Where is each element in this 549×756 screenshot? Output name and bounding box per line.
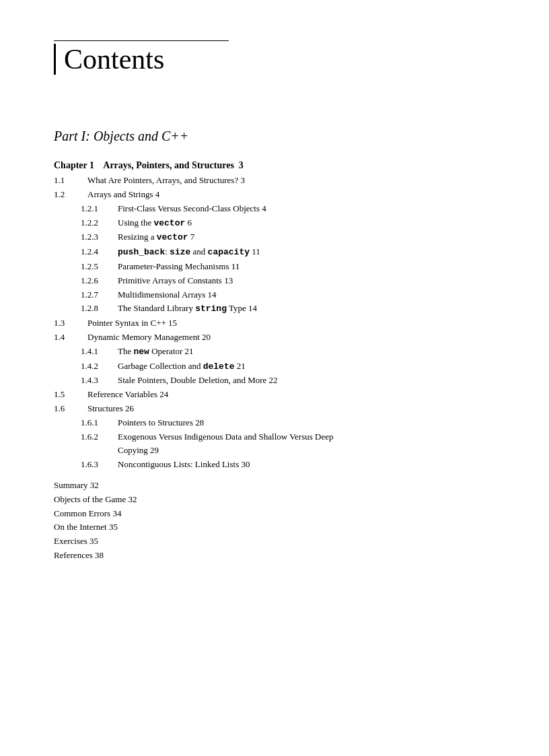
toc-entry-1-5: 1.5 Reference Variables 24 — [54, 388, 495, 402]
toc-num-1-2-4: 1.2.4 — [54, 245, 118, 260]
toc-continuation-1-6-2: Copying 29 — [118, 445, 159, 455]
toc-entry-1-6-1: 1.6.1 Pointers to Structures 28 — [54, 416, 495, 430]
part-title: Part I: Objects and C++ — [54, 129, 495, 144]
toc-text-1-6-3: Noncontiguous Lists: Linked Lists 30 — [118, 458, 250, 472]
toc-num-1-4-1: 1.4.1 — [54, 345, 118, 359]
toc-entry-1-2-4: 1.2.4 push_back: size and capacity 11 — [54, 245, 495, 260]
page-title: Contents — [54, 44, 495, 75]
toc-text-1-1: What Are Pointers, Arrays, and Structure… — [87, 174, 245, 188]
capacity-code: capacity — [208, 247, 250, 257]
errors-text: Common Errors 34 — [54, 507, 121, 521]
vector-code-1: vector — [153, 218, 185, 228]
chapter-title: Arrays, Pointers, and Structures — [103, 160, 234, 170]
toc-entry-1-4-3: 1.4.3 Stale Pointers, Double Deletion, a… — [54, 374, 495, 388]
chapter-1-heading: Chapter 1 Arrays, Pointers, and Structur… — [54, 160, 495, 171]
toc-num-1-4-3: 1.4.3 — [54, 374, 118, 388]
toc-entry-1-4-1: 1.4.1 The new Operator 21 — [54, 345, 495, 359]
toc-entry-1-6-3: 1.6.3 Noncontiguous Lists: Linked Lists … — [54, 458, 495, 472]
toc-text-1-6: Structures 26 — [87, 402, 134, 416]
toc-text-1-4: Dynamic Memory Management 20 — [87, 331, 211, 345]
toc-entry-1-2-5: 1.2.5 Parameter-Passing Mechanisms 11 — [54, 260, 495, 274]
toc-num-1-6-2: 1.6.2 — [54, 430, 118, 458]
toc-num-1-6: 1.6 — [54, 402, 87, 416]
toc-num-1-2-2: 1.2.2 — [54, 216, 118, 231]
chapter-page: 3 — [239, 160, 244, 170]
toc-num-1-2-3: 1.2.3 — [54, 230, 118, 245]
header-line — [54, 40, 229, 41]
toc-num-1-5: 1.5 — [54, 388, 87, 402]
toc-text-1-2-5: Parameter-Passing Mechanisms 11 — [118, 260, 240, 274]
toc-entry-1-2-2: 1.2.2 Using the vector 6 — [54, 216, 495, 231]
flat-entry-errors: Common Errors 34 — [54, 507, 495, 521]
toc-text-1-2-1: First-Class Versus Second-Class Objects … — [118, 202, 266, 216]
toc-text-1-2-7: Multidimensional Arrays 14 — [118, 288, 217, 302]
vector-code-2: vector — [157, 232, 188, 242]
summary-text: Summary 32 — [54, 479, 99, 493]
flat-entry-objects: Objects of the Game 32 — [54, 493, 495, 507]
toc-num-1-2-1: 1.2.1 — [54, 202, 118, 216]
toc-num-1-2-8: 1.2.8 — [54, 302, 118, 316]
toc-entry-1-2: 1.2 Arrays and Strings 4 — [54, 188, 495, 202]
toc-num-1-2-7: 1.2.7 — [54, 288, 118, 302]
exercises-text: Exercises 35 — [54, 535, 98, 549]
flat-entry-exercises: Exercises 35 — [54, 535, 495, 549]
toc-text-1-2-2: Using the vector 6 — [118, 216, 192, 231]
toc-text-1-6-1: Pointers to Structures 28 — [118, 416, 204, 430]
toc-num-1-2: 1.2 — [54, 188, 87, 202]
toc-text-1-2: Arrays and Strings 4 — [87, 188, 159, 202]
toc-text-1-3: Pointer Syntax in C++ 15 — [87, 316, 177, 331]
toc-text-1-4-2: Garbage Collection and delete 21 — [118, 359, 246, 374]
string-code: string — [195, 304, 227, 314]
toc-entry-1-3: 1.3 Pointer Syntax in C++ 15 — [54, 316, 495, 331]
toc-num-1-6-1: 1.6.1 — [54, 416, 118, 430]
toc-text-1-4-3: Stale Pointers, Double Deletion, and Mor… — [118, 374, 278, 388]
flat-entry-internet: On the Internet 35 — [54, 520, 495, 535]
internet-text: On the Internet 35 — [54, 520, 118, 535]
toc-entry-1-2-3: 1.2.3 Resizing a vector 7 — [54, 230, 495, 245]
toc-num-1-1: 1.1 — [54, 174, 87, 188]
toc-num-1-6-3: 1.6.3 — [54, 458, 118, 472]
toc-entry-1-6: 1.6 Structures 26 — [54, 402, 495, 416]
toc-num-1-3: 1.3 — [54, 316, 87, 331]
objects-text: Objects of the Game 32 — [54, 493, 137, 507]
toc-num-1-2-5: 1.2.5 — [54, 260, 118, 274]
toc-entry-1-2-8: 1.2.8 The Standard Library string Type 1… — [54, 302, 495, 316]
toc-num-1-4: 1.4 — [54, 331, 87, 345]
toc-entry-1-6-2: 1.6.2 Exogenous Versus Indigenous Data a… — [54, 430, 495, 458]
toc-entry-1-1: 1.1 What Are Pointers, Arrays, and Struc… — [54, 174, 495, 188]
toc-entry-1-2-6: 1.2.6 Primitive Arrays of Constants 13 — [54, 274, 495, 288]
pushback-code: push_back — [118, 247, 165, 257]
toc-text-1-6-2: Exogenous Versus Indigenous Data and Sha… — [118, 430, 334, 458]
toc-text-1-5: Reference Variables 24 — [87, 388, 168, 402]
toc-text-1-2-6: Primitive Arrays of Constants 13 — [118, 274, 233, 288]
chapter-1-section: Chapter 1 Arrays, Pointers, and Structur… — [54, 160, 495, 563]
size-code: size — [170, 247, 190, 257]
delete-code: delete — [203, 362, 235, 372]
toc-entry-1-2-7: 1.2.7 Multidimensional Arrays 14 — [54, 288, 495, 302]
toc-num-1-4-2: 1.4.2 — [54, 359, 118, 374]
toc-text-1-2-4: push_back: size and capacity 11 — [118, 245, 260, 260]
references-text: References 38 — [54, 549, 104, 563]
toc-entry-1-4: 1.4 Dynamic Memory Management 20 — [54, 331, 495, 345]
chapter-label: Chapter 1 — [54, 160, 94, 170]
toc-text-1-4-1: The new Operator 21 — [118, 345, 194, 359]
toc-entry-1-4-2: 1.4.2 Garbage Collection and delete 21 — [54, 359, 495, 374]
flat-entry-summary: Summary 32 — [54, 479, 495, 493]
flat-entry-references: References 38 — [54, 549, 495, 563]
toc-num-1-2-6: 1.2.6 — [54, 274, 118, 288]
toc-text-1-2-3: Resizing a vector 7 — [118, 230, 194, 245]
new-code: new — [133, 347, 149, 357]
page-container: Contents Part I: Objects and C++ Chapter… — [54, 40, 495, 563]
toc-entry-1-2-1: 1.2.1 First-Class Versus Second-Class Ob… — [54, 202, 495, 216]
toc-text-1-2-8: The Standard Library string Type 14 — [118, 302, 257, 316]
